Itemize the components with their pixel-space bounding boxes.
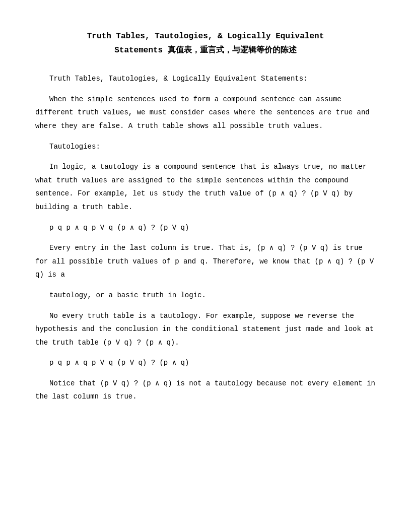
formula-2: p q p ∧ q p V q (p V q) ? (p ∧ q) [35,356,376,370]
title-english-line1: Truth Tables, Tautologies, & Logically E… [35,30,376,43]
formula-1: p q p ∧ q p V q (p ∧ q) ? (p V q) [35,221,376,235]
tautologies-label: Tautologies: [35,140,376,154]
tautology-line: tautology, or a basic truth in logic. [35,289,376,302]
paragraph-1: When the simple sentences used to form a… [35,93,376,133]
title-section: Truth Tables, Tautologies, & Logically E… [35,30,376,57]
content-section: Truth Tables, Tautologies, & Logically E… [35,72,376,404]
paragraph-3: Every entry in the last column is true. … [35,241,376,282]
title-chinese-line2: Statements 真值表，重言式，与逻辑等价的陈述 [35,44,376,57]
paragraph-5: Notice that (p V q) ? (p ∧ q) is not a t… [35,377,376,404]
paragraph-4: No every truth table is a tautology. For… [35,309,376,350]
paragraph-2: In logic, a tautology is a compound sent… [35,160,376,214]
intro-label: Truth Tables, Tautologies, & Logically E… [35,72,376,86]
